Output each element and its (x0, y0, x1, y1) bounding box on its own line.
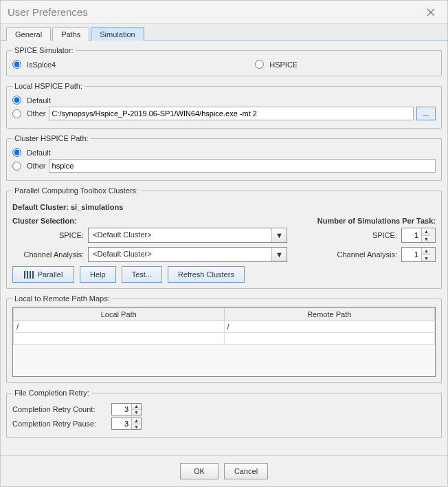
spinner-down-icon[interactable]: ▼ (422, 255, 431, 262)
chevron-down-icon[interactable]: ▼ (271, 248, 287, 261)
cluster-default-input[interactable] (12, 148, 21, 157)
pct-legend: Parallel Computing Toolbox Clusters: (12, 186, 140, 195)
local-hspice-path-group: Local HSPICE Path: Default Other ... (6, 82, 442, 129)
retry-count-input[interactable] (112, 404, 131, 415)
user-preferences-window: User Preferences General Paths Simulatio… (0, 0, 448, 487)
local-other-path-field[interactable] (49, 107, 414, 120)
test-button[interactable]: Test... (122, 266, 162, 283)
local-default-input[interactable] (12, 96, 21, 105)
radio-hspice-input[interactable] (255, 60, 264, 69)
local-other-input[interactable] (12, 109, 21, 118)
default-cluster-label: Default Cluster: si_simulations (12, 203, 436, 211)
cluster-hspice-legend: Cluster HSPICE Path: (12, 134, 91, 142)
refresh-clusters-button[interactable]: Refresh Clusters (168, 266, 245, 283)
spice-cluster-label: SPICE: (12, 231, 88, 239)
browse-button[interactable]: ... (416, 107, 436, 120)
ca-cluster-dropdown[interactable]: <Default Cluster> ▼ (88, 247, 287, 262)
local-default-label: Default (27, 96, 51, 105)
radio-hspice-label: HSPICE (269, 61, 298, 69)
spinner-up-icon[interactable]: ▲ (422, 248, 431, 255)
tab-general[interactable]: General (6, 28, 51, 41)
ca-cluster-value: <Default Cluster> (89, 248, 271, 261)
radio-isspice4-label: IsSpice4 (27, 61, 56, 69)
spinner-up-icon[interactable]: ▲ (422, 228, 431, 236)
spinner-down-icon[interactable]: ▼ (422, 236, 431, 243)
ca-num-input[interactable] (402, 248, 421, 261)
path-maps-legend: Local to Remote Path Maps: (12, 294, 112, 303)
spinner-up-icon[interactable]: ▲ (132, 418, 141, 424)
spice-simulator-group: SPICE Simulator: IsSpice4 HSPICE (6, 46, 442, 76)
chevron-down-icon[interactable]: ▼ (271, 228, 287, 242)
retry-pause-input[interactable] (112, 418, 131, 429)
cluster-other-input[interactable] (12, 162, 21, 171)
spinner-down-icon[interactable]: ▼ (132, 424, 141, 430)
close-button[interactable] (421, 3, 440, 22)
cancel-button[interactable]: Cancel (224, 463, 268, 479)
cluster-selection-header: Cluster Selection: (12, 217, 77, 225)
spice-num-label: SPICE: (287, 231, 401, 239)
tabbar: General Paths Simulation (1, 24, 447, 41)
window-title: User Preferences (8, 6, 88, 18)
spice-num-spinner[interactable]: ▲ ▼ (401, 228, 436, 243)
parallel-icon (24, 271, 35, 279)
ca-num-label: Channel Analysis: (287, 250, 401, 259)
local-hspice-legend: Local HSPICE Path: (12, 82, 85, 90)
cluster-hspice-path-group: Cluster HSPICE Path: Default Other (6, 134, 442, 181)
radio-isspice4-input[interactable] (12, 60, 21, 69)
local-default-radio[interactable]: Default (12, 96, 436, 105)
spice-simulator-legend: SPICE Simulator: (12, 46, 76, 54)
cell-local-empty[interactable] (14, 333, 225, 345)
table-empty-area (13, 345, 435, 376)
ok-button[interactable]: OK (180, 463, 219, 479)
cluster-default-radio[interactable]: Default (12, 148, 436, 157)
titlebar: User Preferences (1, 1, 447, 24)
spice-num-input[interactable] (402, 228, 421, 242)
spice-cluster-value: <Default Cluster> (89, 228, 271, 242)
file-completion-retry-group: File Completion Retry: Completion Retry … (6, 389, 442, 438)
cluster-default-label: Default (27, 149, 51, 157)
dialog-footer: OK Cancel (1, 455, 447, 486)
parallel-button[interactable]: Parallel (12, 266, 74, 283)
help-button[interactable]: Help (80, 266, 116, 283)
content-area: SPICE Simulator: IsSpice4 HSPICE Local H… (1, 41, 447, 455)
cell-local[interactable]: / (14, 321, 225, 333)
sims-per-task-header: Number of Simulations Per Task: (317, 217, 436, 225)
retry-legend: File Completion Retry: (12, 389, 91, 397)
spinner-up-icon[interactable]: ▲ (132, 404, 141, 410)
path-maps-table-container: Local Path Remote Path / / (12, 307, 436, 377)
cluster-other-path-field[interactable] (49, 159, 436, 173)
cell-remote[interactable]: / (224, 321, 435, 333)
pct-clusters-group: Parallel Computing Toolbox Clusters: Def… (6, 186, 442, 289)
path-maps-table: Local Path Remote Path / / (13, 307, 435, 345)
tab-simulation[interactable]: Simulation (91, 28, 144, 41)
path-maps-group: Local to Remote Path Maps: Local Path Re… (6, 294, 442, 383)
parallel-button-label: Parallel (38, 270, 63, 279)
cluster-other-radio[interactable]: Other (12, 162, 46, 171)
tab-paths[interactable]: Paths (52, 28, 89, 41)
radio-hspice[interactable]: HSPICE (255, 60, 298, 69)
ca-num-spinner[interactable]: ▲ ▼ (401, 247, 436, 262)
cluster-other-label: Other (27, 162, 46, 170)
spinner-down-icon[interactable]: ▼ (132, 410, 141, 415)
radio-isspice4[interactable]: IsSpice4 (12, 60, 56, 69)
retry-count-spinner[interactable]: ▲ ▼ (111, 403, 142, 415)
retry-pause-spinner[interactable]: ▲ ▼ (111, 418, 142, 430)
retry-count-label: Completion Retry Count: (12, 405, 109, 413)
col-local-path[interactable]: Local Path (14, 308, 225, 321)
close-icon (426, 8, 436, 17)
local-other-radio[interactable]: Other (12, 109, 46, 118)
cell-remote-empty[interactable] (224, 333, 435, 345)
ca-cluster-label: Channel Analysis: (12, 250, 88, 259)
col-remote-path[interactable]: Remote Path (224, 308, 435, 321)
local-other-label: Other (27, 109, 46, 118)
table-row[interactable]: / / (14, 321, 435, 333)
table-row[interactable] (14, 333, 435, 345)
retry-pause-label: Completion Retry Pause: (12, 420, 109, 428)
spice-cluster-dropdown[interactable]: <Default Cluster> ▼ (88, 228, 287, 243)
